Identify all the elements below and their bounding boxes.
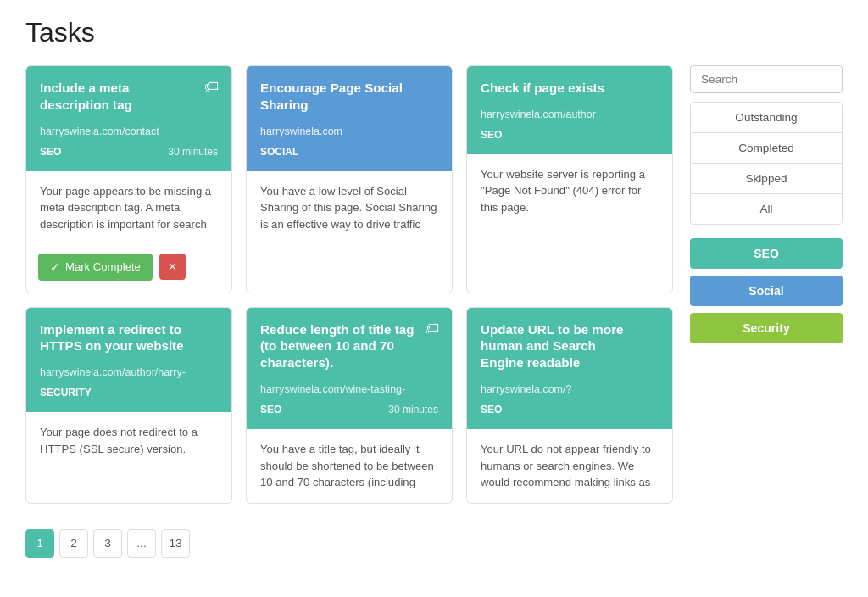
card-url: harryswinela.com/author: [481, 109, 659, 120]
card-meta: SEO 30 minutes: [40, 146, 218, 158]
task-card: Encourage Page Social Sharing harryswine…: [246, 65, 453, 293]
filter-item-all[interactable]: All: [691, 194, 842, 224]
search-input[interactable]: [690, 65, 843, 93]
card-title: Encourage Page Social Sharing: [260, 80, 438, 114]
card-body: Your page appears to be missing a meta d…: [26, 171, 231, 245]
card-body: You have a title tag, but ideally it sho…: [247, 429, 452, 503]
card-category: SEO: [260, 404, 281, 416]
card-title: Check if page exists: [481, 80, 659, 97]
task-card: Update URL to be more human and Search E…: [466, 307, 673, 504]
close-icon: ✕: [168, 260, 177, 273]
task-card: 🏷 Reduce length of title tag (to between…: [246, 307, 453, 504]
card-meta: SEO: [481, 404, 659, 416]
card-meta: SEO 30 minutes: [260, 404, 438, 416]
card-meta: SOCIAL: [260, 146, 438, 158]
card-category: SEO: [481, 404, 502, 416]
pagination: 123...13: [25, 529, 673, 558]
card-url: harryswinela.com: [260, 126, 438, 137]
card-header: Check if page exists harryswinela.com/au…: [467, 66, 672, 154]
task-card: Check if page exists harryswinela.com/au…: [466, 65, 673, 293]
card-url: harryswinela.com/wine-tasting-: [260, 383, 438, 395]
page-title: Tasks: [25, 17, 843, 48]
category-btn-social[interactable]: Social: [690, 276, 843, 306]
card-body: You have a low level of Social Sharing o…: [247, 171, 452, 293]
card-meta: SECURITY: [40, 387, 218, 399]
card-category: SEO: [481, 129, 502, 141]
card-header: Implement a redirect to HTTPS on your we…: [26, 308, 231, 413]
page-btn-...[interactable]: ...: [127, 529, 156, 558]
card-time: 30 minutes: [388, 404, 438, 416]
tag-icon: 🏷: [204, 78, 220, 96]
sidebar: OutstandingCompletedSkippedAll SEOSocial…: [690, 65, 843, 558]
card-time: 30 minutes: [168, 146, 218, 158]
tasks-area: 🏷 Include a meta description tag harrysw…: [25, 65, 673, 558]
card-body: Your website server is reporting a "Page…: [467, 154, 672, 293]
card-url: harryswinela.com/contact: [40, 126, 218, 137]
task-card: Implement a redirect to HTTPS on your we…: [25, 307, 232, 504]
card-url: harryswinela.com/?: [481, 383, 659, 395]
tag-icon: 🏷: [425, 320, 440, 338]
mark-complete-label: Mark Complete: [65, 260, 141, 273]
page-btn-2[interactable]: 2: [59, 529, 88, 558]
card-category: SEO: [40, 146, 61, 158]
page-btn-3[interactable]: 3: [93, 529, 122, 558]
mark-complete-button[interactable]: ✓ Mark Complete: [38, 254, 153, 281]
task-grid: 🏷 Include a meta description tag harrysw…: [25, 65, 673, 504]
task-card: 🏷 Include a meta description tag harrysw…: [25, 65, 232, 293]
card-title: Include a meta description tag: [40, 80, 218, 114]
card-url: harryswinela.com/author/harry-: [40, 366, 218, 378]
card-category: SECURITY: [40, 387, 92, 399]
card-body: Your page does not redirect to a HTTPS (…: [26, 412, 231, 503]
card-header: Update URL to be more human and Search E…: [467, 308, 672, 429]
card-header: 🏷 Reduce length of title tag (to between…: [247, 308, 452, 429]
filter-item-skipped[interactable]: Skipped: [691, 164, 842, 194]
card-category: SOCIAL: [260, 146, 298, 158]
filter-item-outstanding[interactable]: Outstanding: [691, 103, 842, 133]
filter-group: OutstandingCompletedSkippedAll: [690, 102, 843, 225]
card-actions: ✓ Mark Complete ✕: [26, 245, 231, 293]
main-layout: 🏷 Include a meta description tag harrysw…: [25, 65, 843, 558]
dismiss-button[interactable]: ✕: [159, 254, 186, 280]
filter-item-completed[interactable]: Completed: [691, 133, 842, 164]
category-btn-security[interactable]: Security: [690, 313, 843, 343]
category-buttons: SEOSocialSecurity: [690, 238, 843, 350]
card-title: Reduce length of title tag (to between 1…: [260, 321, 438, 371]
card-title: Update URL to be more human and Search E…: [481, 321, 659, 371]
card-meta: SEO: [481, 129, 659, 141]
page-btn-13[interactable]: 13: [161, 529, 190, 558]
card-header: 🏷 Include a meta description tag harrysw…: [26, 66, 231, 171]
card-header: Encourage Page Social Sharing harryswine…: [247, 66, 452, 171]
card-title: Implement a redirect to HTTPS on your we…: [40, 321, 218, 355]
page-btn-1[interactable]: 1: [25, 529, 54, 558]
card-body: Your URL do not appear friendly to human…: [467, 429, 672, 503]
category-btn-seo[interactable]: SEO: [690, 238, 843, 269]
check-icon: ✓: [50, 260, 60, 274]
